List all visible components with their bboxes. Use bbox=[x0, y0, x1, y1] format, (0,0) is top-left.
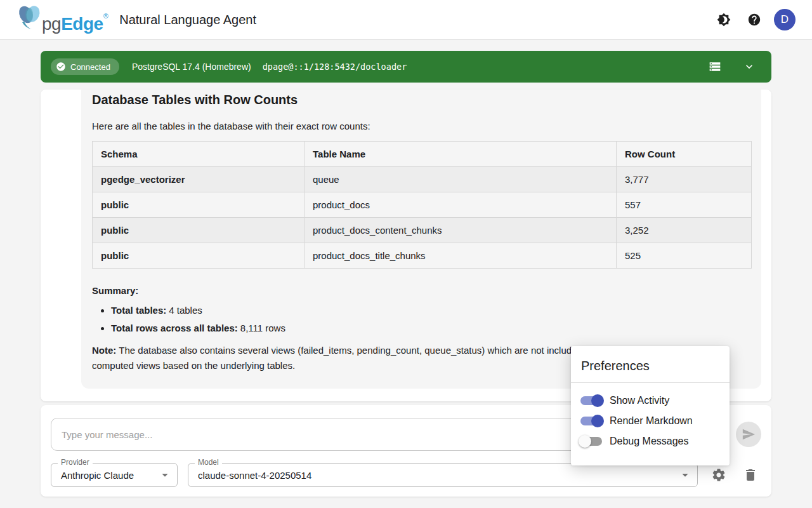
table-header-row: Schema Table Name Row Count bbox=[93, 142, 752, 167]
toggle-render-markdown[interactable]: Render Markdown bbox=[579, 411, 719, 431]
cell-row-count: 3,777 bbox=[617, 167, 752, 192]
gear-icon bbox=[711, 467, 726, 483]
toggle-label: Debug Messages bbox=[610, 436, 689, 447]
provider-select[interactable]: Provider Anthropic Claude bbox=[51, 463, 178, 487]
pgedge-logo-text: pgEdge® bbox=[42, 2, 108, 38]
storage-icon bbox=[709, 60, 721, 73]
list-item: Total rows across all tables:8,111 rows bbox=[111, 323, 751, 333]
column-header-row-count: Row Count bbox=[617, 142, 752, 167]
summary-heading: Summary: bbox=[92, 285, 751, 296]
switch-knob bbox=[591, 394, 604, 407]
preferences-popover: Preferences Show Activity Render Markdow… bbox=[571, 346, 730, 465]
caret-down-icon bbox=[158, 468, 172, 482]
toggle-label: Render Markdown bbox=[610, 415, 693, 427]
connection-status-badge: Connected bbox=[51, 58, 119, 75]
brightness-icon bbox=[717, 13, 731, 27]
preferences-button[interactable] bbox=[709, 465, 729, 485]
server-version-label: PostgreSQL 17.4 (Homebrew) bbox=[132, 62, 251, 72]
send-icon bbox=[742, 427, 756, 441]
toggle-debug-messages[interactable]: Debug Messages bbox=[579, 431, 719, 451]
table-row: public product_docs_title_chunks 525 bbox=[93, 243, 752, 269]
page-title: Natural Language Agent bbox=[119, 13, 256, 27]
connection-status-label: Connected bbox=[70, 62, 110, 72]
summary-list: Total tables:4 tables Total rows across … bbox=[111, 305, 751, 333]
connection-list-button[interactable] bbox=[704, 56, 726, 77]
preferences-title: Preferences bbox=[571, 346, 730, 382]
chevron-down-icon bbox=[743, 60, 756, 73]
switch-knob bbox=[591, 415, 604, 427]
dark-mode-toggle-button[interactable] bbox=[713, 9, 735, 30]
message-intro: Here are all the tables in the database … bbox=[92, 121, 751, 131]
connection-bar: Connected PostgreSQL 17.4 (Homebrew) dpa… bbox=[41, 51, 771, 83]
assistant-message: Database Tables with Row Counts Here are… bbox=[81, 90, 761, 389]
switch-knob bbox=[579, 435, 591, 448]
app-header: pgEdge® Natural Language Agent D bbox=[0, 0, 812, 40]
switch-control[interactable] bbox=[580, 417, 602, 425]
list-item: Total tables:4 tables bbox=[111, 305, 751, 316]
toggle-label: Show Activity bbox=[610, 395, 669, 406]
provider-select-label: Provider bbox=[58, 458, 93, 467]
caret-down-icon bbox=[678, 468, 692, 482]
model-select-label: Model bbox=[195, 458, 222, 467]
cell-table-name: product_docs_title_chunks bbox=[304, 243, 617, 269]
switch-control[interactable] bbox=[580, 396, 602, 405]
column-header-table-name: Table Name bbox=[304, 142, 617, 167]
cell-row-count: 525 bbox=[617, 243, 752, 269]
check-circle-icon bbox=[56, 62, 66, 72]
cell-schema: pgedge_vectorizer bbox=[101, 174, 185, 185]
table-row: public product_docs_content_chunks 3,252 bbox=[93, 218, 752, 243]
cell-schema: public bbox=[101, 250, 129, 261]
table-row: pgedge_vectorizer queue 3,777 bbox=[93, 167, 752, 192]
table-row: public product_docs 557 bbox=[93, 192, 752, 218]
row-counts-table: Schema Table Name Row Count pgedge_vecto… bbox=[92, 141, 752, 269]
switch-control[interactable] bbox=[580, 437, 602, 446]
model-select-value: claude-sonnet-4-20250514 bbox=[198, 470, 311, 481]
clear-chat-button[interactable] bbox=[740, 465, 761, 485]
connection-dsn: dpage@::1/128:5432/docloader bbox=[263, 62, 407, 72]
trash-icon bbox=[743, 467, 758, 483]
user-avatar[interactable]: D bbox=[774, 9, 796, 30]
cell-table-name: product_docs bbox=[304, 192, 617, 218]
column-header-schema: Schema bbox=[93, 142, 304, 167]
cell-table-name: queue bbox=[304, 167, 617, 192]
cell-table-name: product_docs_content_chunks bbox=[304, 218, 617, 243]
model-select[interactable]: Model claude-sonnet-4-20250514 bbox=[188, 463, 698, 487]
send-button[interactable] bbox=[736, 422, 761, 447]
help-button[interactable] bbox=[743, 9, 765, 30]
connection-collapse-button[interactable] bbox=[738, 56, 760, 77]
pgedge-logo-icon bbox=[15, 3, 43, 31]
cell-schema: public bbox=[101, 225, 129, 236]
cell-schema: public bbox=[101, 199, 129, 210]
toggle-show-activity[interactable]: Show Activity bbox=[579, 391, 719, 411]
message-heading: Database Tables with Row Counts bbox=[92, 93, 751, 107]
cell-row-count: 557 bbox=[617, 192, 752, 218]
cell-row-count: 3,252 bbox=[617, 218, 752, 243]
pgedge-logo: pgEdge® bbox=[15, 2, 108, 38]
provider-select-value: Anthropic Claude bbox=[61, 470, 134, 481]
help-icon bbox=[747, 13, 761, 27]
